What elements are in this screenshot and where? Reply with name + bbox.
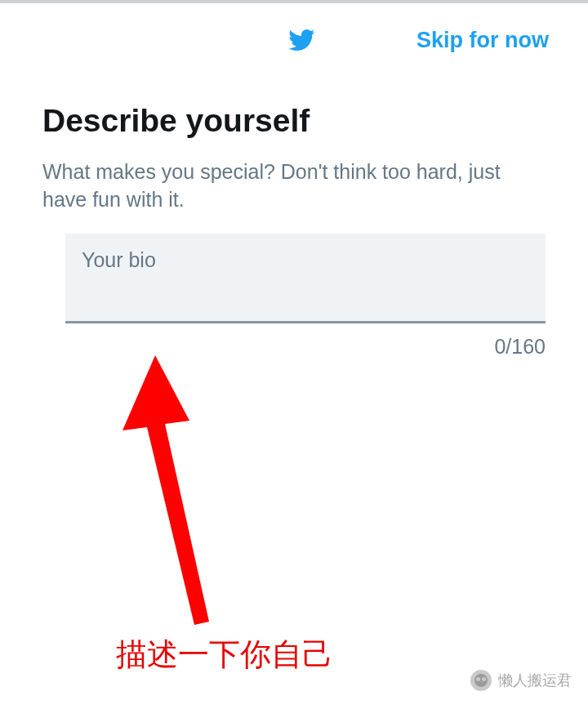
header: Skip for now xyxy=(0,3,588,70)
svg-marker-0 xyxy=(122,355,209,625)
annotation-label: 描述一下你自己 xyxy=(116,634,333,676)
skip-for-now-link[interactable]: Skip for now xyxy=(416,28,549,53)
watermark: 懒人搬运君 xyxy=(470,670,572,691)
page-subtitle: What makes you special? Don't think too … xyxy=(42,158,546,214)
watermark-label: 懒人搬运君 xyxy=(498,671,572,690)
bio-placeholder: Your bio xyxy=(82,248,156,271)
annotation-arrow-icon xyxy=(113,355,235,625)
twitter-bird-icon xyxy=(285,26,318,54)
character-counter: 0/160 xyxy=(65,323,546,359)
main-content: Describe yourself What makes you special… xyxy=(0,70,588,359)
wechat-icon xyxy=(470,670,492,691)
page-title: Describe yourself xyxy=(42,103,546,139)
bio-textarea[interactable]: Your bio xyxy=(65,234,546,323)
